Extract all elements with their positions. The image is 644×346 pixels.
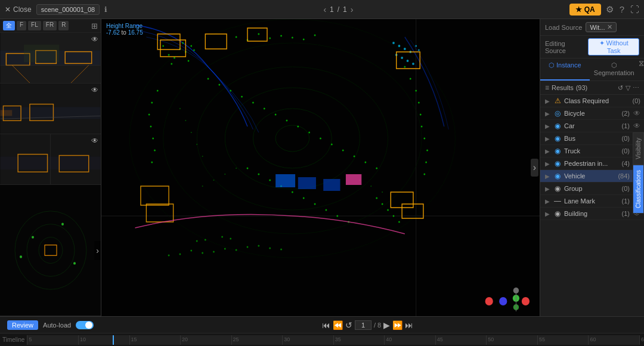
result-item-group[interactable]: ▶ ◉ Group (0) 👁 xyxy=(540,183,644,195)
pb-next-button[interactable]: ▶ xyxy=(383,320,390,330)
result-item-pedestrian[interactable]: ▶ ◉ Pedestrian in... (4) 👁 xyxy=(540,157,644,170)
cam-btn-f[interactable]: F xyxy=(17,21,26,30)
svg-point-115 xyxy=(202,156,203,157)
without-task-button[interactable]: ✦ Without Task xyxy=(588,38,639,55)
tab-segmentation[interactable]: ⬡ Segmentation xyxy=(590,58,639,81)
cam-btn-r[interactable]: R xyxy=(58,21,69,30)
results-refresh-icon[interactable]: ↺ xyxy=(618,84,623,92)
thumb-expand-arrow[interactable]: › xyxy=(94,241,101,260)
pb-rewind-button[interactable]: ⏮ xyxy=(322,320,330,330)
qa-button[interactable]: ★ QA xyxy=(569,4,601,16)
close-button[interactable]: ✕ Close xyxy=(5,5,32,14)
nav-next-button[interactable]: › xyxy=(351,5,354,14)
svg-point-72 xyxy=(308,132,310,134)
result-item-building[interactable]: ▶ ◉ Building (1) 👁 xyxy=(540,208,644,220)
segmentation-icon: ⬡ xyxy=(611,61,617,69)
svg-point-70 xyxy=(286,120,288,122)
pb-total: / 8 xyxy=(374,322,381,329)
item-icon-vehicle: ◉ xyxy=(553,172,562,180)
svg-point-55 xyxy=(314,35,316,36)
svg-point-86 xyxy=(426,150,428,152)
item-label-class-required: Class Required xyxy=(564,97,630,104)
svg-point-111 xyxy=(179,108,181,109)
result-item-bicycle[interactable]: ▶ ◎ Bicycle (2) 👁 xyxy=(540,107,644,120)
viewport-nav-arrow[interactable]: › xyxy=(531,159,538,177)
svg-point-27 xyxy=(73,262,76,264)
results-label: Results xyxy=(552,84,574,91)
pb-frame-input[interactable] xyxy=(355,320,371,330)
svg-point-65 xyxy=(230,90,231,92)
result-item-car[interactable]: ▶ ◉ Car (1) 👁 xyxy=(540,120,644,132)
thumb-eye-front[interactable]: 👁 xyxy=(91,35,98,44)
item-chevron-truck: ▶ xyxy=(545,148,551,155)
pb-refresh-button[interactable]: ↺ xyxy=(345,320,352,330)
timeline-track[interactable]: 5101520253035404550556065 xyxy=(27,335,639,345)
svg-point-80 xyxy=(410,78,411,80)
nav-center: ‹ 1 / 1 › xyxy=(323,5,353,14)
review-button[interactable]: Review xyxy=(7,320,38,330)
results-header-icons: ↺ ▽ ⋯ xyxy=(618,84,639,92)
cam-btn-fl[interactable]: FL xyxy=(28,21,41,30)
qa-star-icon: ★ xyxy=(575,5,582,14)
timeline-tick-45: 45 xyxy=(435,335,436,345)
vtab-visibility[interactable]: Visibility xyxy=(633,132,644,165)
svg-point-42 xyxy=(168,54,170,56)
info-icon[interactable]: ℹ xyxy=(104,5,107,14)
lidar-visualization xyxy=(101,19,540,316)
item-icon-lane-mark: — xyxy=(553,197,562,205)
svg-point-96 xyxy=(269,180,271,181)
item-icon-class-required: ⚠ xyxy=(553,97,562,105)
item-count-bicycle: (2) xyxy=(622,110,630,117)
svg-point-149 xyxy=(168,255,170,257)
svg-point-159 xyxy=(513,288,519,294)
svg-point-107 xyxy=(236,168,237,169)
svg-point-142 xyxy=(247,246,249,248)
playback-controls: ⏮ ⏪ ↺ / 8 ▶ ⏩ ⏭ xyxy=(322,320,413,330)
thumb-eye-left[interactable]: 👁 xyxy=(91,86,98,94)
item-icon-building: ◉ xyxy=(553,209,562,218)
result-item-lane-mark[interactable]: ▶ — Lane Mark (1) 👁 xyxy=(540,195,644,208)
nav-prev-button[interactable]: ‹ xyxy=(323,5,326,14)
question-icon[interactable]: ? xyxy=(620,4,624,14)
pb-prev-button[interactable]: ⏪ xyxy=(333,320,343,330)
result-item-class-required[interactable]: ▶ ⚠ Class Required (0) xyxy=(540,95,644,107)
results-icon: ≡ xyxy=(545,84,549,92)
pb-end-button[interactable]: ⏭ xyxy=(405,320,413,330)
svg-point-47 xyxy=(171,63,172,65)
camera-expand-icon[interactable]: ⊞ xyxy=(91,21,98,30)
thumbnail-rear: 👁 xyxy=(0,134,101,185)
expand-icon[interactable]: ⛶ xyxy=(630,4,639,14)
pb-play-button[interactable]: ⏩ xyxy=(392,320,402,330)
results-list: ▶ ⚠ Class Required (0) ▶ ◎ Bicycle (2) 👁… xyxy=(540,95,644,316)
svg-point-155 xyxy=(499,297,507,305)
filter-icon[interactable]: ⧖ xyxy=(639,58,644,81)
cam-btn-fr[interactable]: FR xyxy=(43,21,57,30)
item-count-car: (1) xyxy=(622,122,630,129)
item-chevron-bicycle: ▶ xyxy=(545,110,551,117)
gear-icon[interactable]: ⚙ xyxy=(606,4,614,15)
load-source-close[interactable]: ✕ xyxy=(607,23,612,31)
results-filter-icon[interactable]: ▽ xyxy=(626,84,630,92)
result-item-vehicle[interactable]: ▶ ◉ Vehicle (84) 👁 xyxy=(540,170,644,183)
svg-point-117 xyxy=(398,45,401,47)
item-chevron-group: ▶ xyxy=(545,186,551,192)
result-item-bus[interactable]: ▶ ◉ Bus (0) 👁 xyxy=(540,132,644,145)
vtab-classifications[interactable]: Classifications xyxy=(633,165,644,214)
thumb-eye-rear[interactable]: 👁 xyxy=(91,137,98,145)
svg-point-84 xyxy=(421,126,423,128)
svg-point-44 xyxy=(188,60,190,62)
results-more-icon[interactable]: ⋯ xyxy=(633,84,639,92)
timeline-tick-40: 40 xyxy=(384,335,385,345)
svg-point-154 xyxy=(485,297,493,305)
item-eye-car[interactable]: 👁 xyxy=(633,122,640,130)
cam-btn-all[interactable]: 全 xyxy=(3,21,15,30)
thumbnail-left: 👁 xyxy=(0,84,101,134)
autoload-toggle[interactable] xyxy=(76,321,94,329)
load-source-tag[interactable]: Wit... ✕ xyxy=(586,22,617,32)
tab-instance[interactable]: ⬡ Instance xyxy=(540,58,590,81)
svg-point-57 xyxy=(151,102,153,104)
item-count-class-required: (0) xyxy=(633,97,640,104)
result-item-truck[interactable]: ▶ ◉ Truck (0) 👁 xyxy=(540,145,644,157)
viewport[interactable]: Height Range -7.62 to 16.75 Overhead Sid… xyxy=(101,19,540,316)
item-eye-bicycle[interactable]: 👁 xyxy=(633,109,640,118)
